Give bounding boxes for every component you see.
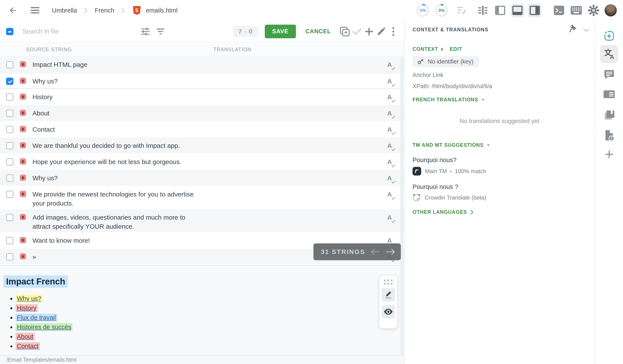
row-checkbox[interactable]	[6, 237, 13, 244]
user-avatar[interactable]	[604, 4, 617, 17]
source-string-text[interactable]: Why us?	[32, 174, 58, 183]
suggestion-text[interactable]: Pourquoi nous ?	[413, 183, 458, 190]
row-checkbox[interactable]	[6, 191, 13, 198]
preview-link[interactable]: Contact	[16, 342, 40, 350]
translation-memory-tab[interactable]	[600, 85, 618, 103]
string-row[interactable]: We provide the newest technologies for y…	[0, 186, 404, 209]
preview-link[interactable]: About	[16, 333, 35, 341]
translate-action-button[interactable]: A	[386, 61, 396, 70]
other-languages-section-header[interactable]: OTHER LANGUAGES	[413, 209, 473, 215]
row-checkbox[interactable]	[6, 253, 13, 261]
source-string-text[interactable]: We provide the newest technologies for y…	[32, 190, 203, 208]
file-info-tab[interactable]	[600, 126, 618, 144]
row-checkbox[interactable]	[6, 142, 13, 149]
row-checkbox[interactable]	[6, 158, 13, 165]
save-button[interactable]: SAVE	[265, 25, 296, 38]
row-checkbox[interactable]	[6, 93, 13, 101]
filter-strings-button[interactable]	[155, 25, 167, 38]
approve-button[interactable]	[351, 25, 363, 38]
preview-heading[interactable]: Impact French	[3, 275, 68, 288]
french-translations-section-header[interactable]: FRENCH TRANSLATIONS	[413, 97, 485, 103]
scrollbar-track[interactable]	[400, 58, 403, 355]
progress-ring[interactable]: 3%	[434, 3, 449, 18]
tm-suggestions-section-header[interactable]: TM AND MT SUGGESTIONS	[413, 142, 490, 148]
view-side-by-side-button[interactable]	[493, 3, 507, 17]
view-bottom-panel-button[interactable]	[511, 3, 524, 17]
suggestion-text[interactable]: Pourquoi nous?	[413, 157, 456, 164]
select-all-checkbox[interactable]	[6, 28, 13, 35]
edit-string-button[interactable]	[375, 25, 387, 38]
prev-page-arrow-icon[interactable]	[371, 248, 380, 255]
translate-action-button[interactable]: A	[386, 214, 396, 223]
source-string-text[interactable]: Add images, videos, questionaries and mu…	[32, 213, 203, 231]
copy-source-button[interactable]	[339, 25, 351, 38]
string-row[interactable]: Why us? A	[0, 73, 404, 89]
preview-visibility-button[interactable]	[382, 305, 395, 318]
translations-tab[interactable]: A	[600, 45, 618, 63]
preview-link[interactable]: Why us?	[16, 295, 43, 303]
collapse-panel-button[interactable]	[583, 29, 589, 33]
translate-action-button[interactable]: A	[386, 93, 396, 103]
string-row[interactable]: We are thankful you decided to go with I…	[0, 138, 404, 154]
translate-action-button[interactable]: A	[386, 174, 396, 184]
source-string-text[interactable]: We are thankful you decided to go with I…	[32, 141, 180, 150]
string-row[interactable]: Impact HTML page A	[0, 57, 404, 73]
preview-link[interactable]: Flux de travail	[16, 314, 57, 322]
row-checkbox[interactable]	[6, 174, 13, 182]
source-string-text[interactable]: About	[32, 109, 49, 118]
translate-action-button[interactable]: A	[386, 158, 396, 168]
translate-action-button[interactable]: A	[386, 191, 396, 200]
translate-action-button[interactable]: A	[386, 78, 396, 87]
preview-edit-button[interactable]	[382, 288, 395, 302]
string-row[interactable]: Hope your experience will be not less bu…	[0, 154, 404, 170]
preview-link[interactable]: Histoires de succès	[16, 323, 72, 331]
draft-notes-button[interactable]	[455, 3, 468, 17]
translate-action-button[interactable]: A	[386, 142, 396, 152]
edit-context-link[interactable]: EDIT	[450, 46, 462, 52]
translate-action-button[interactable]: A	[386, 110, 396, 119]
search-input[interactable]	[22, 28, 124, 35]
cancel-button[interactable]: CANCEL	[306, 28, 331, 35]
more-options-button[interactable]	[387, 25, 399, 38]
string-row[interactable]: History A	[0, 89, 404, 105]
drag-handle[interactable]	[384, 280, 393, 285]
row-checkbox[interactable]	[6, 126, 13, 133]
source-string-text[interactable]: »	[32, 252, 36, 261]
translate-action-button[interactable]: A	[386, 126, 396, 135]
ai-assistant-tab[interactable]	[600, 27, 618, 45]
shortcuts-button[interactable]	[569, 3, 583, 17]
pin-panel-button[interactable]	[569, 25, 577, 35]
add-panel-button[interactable]	[600, 145, 618, 163]
source-string-text[interactable]: History	[32, 93, 53, 101]
string-row[interactable]: About A	[0, 105, 404, 121]
context-link[interactable]: CONTEXT	[413, 46, 438, 52]
row-checkbox[interactable]	[6, 61, 13, 68]
back-button[interactable]	[6, 4, 19, 17]
string-row[interactable]: Why us? A	[0, 170, 404, 186]
string-row[interactable]: Add images, videos, questionaries and mu…	[0, 209, 404, 233]
breadcrumb-project[interactable]: Umbrella	[52, 7, 77, 14]
view-comfortable-button[interactable]	[476, 3, 490, 17]
row-checkbox[interactable]	[6, 110, 13, 117]
progress-ring[interactable]: 5%	[416, 3, 430, 18]
advanced-filter-button[interactable]	[139, 25, 151, 38]
string-row[interactable]: Contact A	[0, 121, 404, 138]
row-checkbox[interactable]	[6, 78, 13, 85]
next-page-arrow-icon[interactable]	[386, 248, 395, 255]
settings-button[interactable]	[587, 3, 601, 17]
hamburger-menu-button[interactable]	[29, 4, 42, 17]
comments-tab[interactable]	[600, 66, 618, 84]
source-string-text[interactable]: Why us?	[32, 77, 58, 86]
breadcrumb-file[interactable]: emails.html	[146, 7, 178, 14]
preview-link[interactable]: History	[16, 304, 38, 312]
source-string-text[interactable]: Want to know more!	[32, 236, 90, 245]
breadcrumb-language[interactable]: French	[95, 7, 114, 14]
view-right-panel-button[interactable]	[528, 3, 542, 17]
source-string-text[interactable]: Impact HTML page	[32, 60, 88, 69]
source-string-text[interactable]: Hope your experience will be not less bu…	[32, 157, 181, 166]
console-button[interactable]	[552, 3, 566, 17]
row-checkbox[interactable]	[6, 214, 13, 221]
add-string-button[interactable]	[363, 25, 375, 38]
source-string-text[interactable]: Contact	[32, 125, 55, 134]
glossary-tab[interactable]	[600, 106, 618, 124]
